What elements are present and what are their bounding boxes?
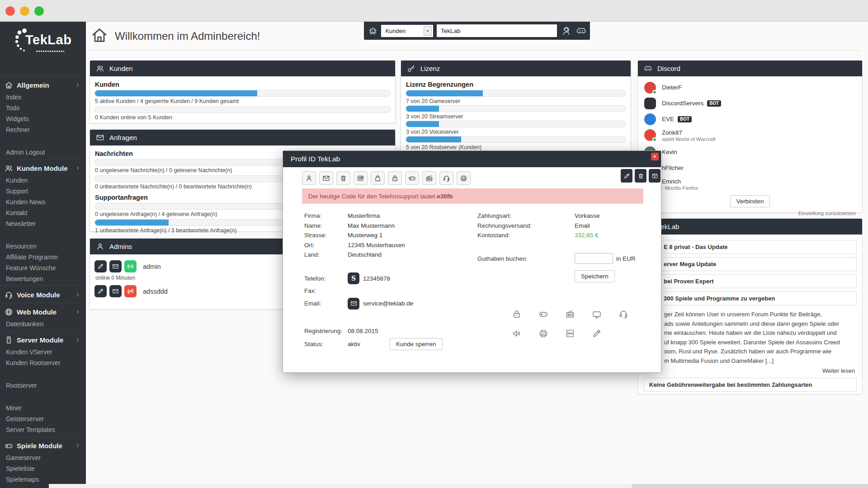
field-telefon: 12345678 xyxy=(363,275,390,282)
sidebar-item-kontakt[interactable]: Kontakt xyxy=(0,207,86,218)
sidebar-item-rechner[interactable]: Rechner xyxy=(0,124,86,135)
mail-admin-button[interactable] xyxy=(109,260,122,272)
sidebar-module-spiele[interactable]: Spiele Module xyxy=(0,439,86,452)
close-icon[interactable]: ✕ xyxy=(651,153,659,160)
discord-connect-button[interactable]: Verbinden xyxy=(730,195,770,207)
chevron-right-icon xyxy=(75,292,80,297)
sidebar-item-todo[interactable]: Todo xyxy=(0,103,86,113)
sidebar-item-bewertungen[interactable]: Bewertungen xyxy=(0,273,86,284)
horizontal-scrollbar[interactable] xyxy=(49,484,868,488)
discord-member-name: Zonk87 xyxy=(662,129,716,136)
delete-customer-button[interactable] xyxy=(635,169,646,183)
edit-admin-button[interactable] xyxy=(94,285,107,297)
kunde-sperren-button[interactable]: Kunde sperren xyxy=(390,338,443,350)
discord-member-row: DiscordServersBOT xyxy=(643,98,857,109)
sidebar-item-kunden-rootserver[interactable]: Kunden Rootserver xyxy=(0,357,86,368)
panel-title: Admins xyxy=(109,243,132,250)
search-input[interactable] xyxy=(437,24,557,37)
sidebar-module-kunden[interactable]: Kunden Module xyxy=(0,161,86,175)
progress-caption: 0 Kunden online von 5 Kunden xyxy=(95,114,391,121)
open-external-button[interactable] xyxy=(649,169,660,183)
sidebar-item-spieleliste[interactable]: Spieleliste xyxy=(0,463,86,474)
panel-title: Lizenz xyxy=(420,65,440,72)
sidebar-item-kunden-news[interactable]: Kunden News xyxy=(0,197,86,207)
tab-rootserver[interactable] xyxy=(457,171,471,185)
mail-admin-button[interactable] xyxy=(109,285,122,297)
news-item[interactable]: Keine Gebührenweitergabe bei bestimmten … xyxy=(643,378,857,392)
discord-icon[interactable] xyxy=(576,25,586,36)
speichern-button[interactable]: Speichern xyxy=(575,270,615,282)
sidebar-item-kunden-vserver[interactable]: Kunden VServer xyxy=(0,347,86,357)
read-more-link[interactable]: Weiter lesen xyxy=(643,367,855,374)
sidebar-item-rootserver[interactable]: Rootserver xyxy=(0,380,86,391)
sidebar-item-datenbanken[interactable]: Datenbanken xyxy=(0,319,86,329)
send-email-button[interactable] xyxy=(348,298,359,310)
modal-header[interactable]: Profil ID TekLab xyxy=(283,151,661,167)
progress-voiceserver xyxy=(406,121,626,127)
sidebar-item-spielemaps[interactable]: Spielemaps xyxy=(0,474,86,485)
guthaben-input[interactable] xyxy=(575,253,613,264)
tab-gameserver[interactable] xyxy=(405,171,419,185)
search-category-value: Kunden xyxy=(385,28,406,34)
sidebar-item-affiliate-programm[interactable]: Affiliate Programm xyxy=(0,252,86,263)
window-minimize-button[interactable] xyxy=(20,6,29,16)
tab-lock[interactable] xyxy=(388,171,402,185)
scrollbar-thumb[interactable] xyxy=(49,484,632,488)
field-kontostand: 332,65 € xyxy=(575,232,599,239)
divider xyxy=(0,159,86,160)
radio-icon xyxy=(565,309,575,319)
chevron-right-icon xyxy=(75,337,80,343)
logo-text: TekLab xyxy=(25,33,71,47)
sidebar-module-allgemein[interactable]: Allgemein xyxy=(0,78,86,92)
news-item[interactable]: bei Proven Expert xyxy=(643,274,857,288)
sidebar-item-admin-logout[interactable]: Admin Logout xyxy=(0,147,86,158)
sidebar-module-web[interactable]: Web Module xyxy=(0,305,86,319)
discord-member-row: Emrich : Mozilla Firefox xyxy=(643,178,857,191)
field-strasse: Musterweg 1 xyxy=(348,232,382,239)
news-item[interactable]: E 8 privat - Das Update xyxy=(643,240,857,254)
sidebar-module-label: Server Module xyxy=(17,336,75,344)
support-agent-icon[interactable] xyxy=(561,25,571,36)
sidebar-item-feature-wuensche[interactable]: Feature Wünsche xyxy=(0,263,86,273)
pencil-icon xyxy=(97,288,104,295)
divider xyxy=(0,286,86,286)
broadcast-off-icon xyxy=(127,287,134,295)
news-item[interactable]: erver Mega Update xyxy=(643,257,857,271)
tab-profile[interactable] xyxy=(302,171,316,185)
sidebar-module-server[interactable]: Server Module xyxy=(0,333,86,347)
skype-call-button[interactable]: S xyxy=(348,272,359,284)
sidebar-item-index[interactable]: Index xyxy=(0,92,86,103)
progress-rootserver xyxy=(406,136,626,143)
discord-reset-settings-link[interactable]: Einstellung zurücksetzen xyxy=(643,211,856,216)
discord-member-row: DieterF xyxy=(643,82,857,94)
tab-streamserver[interactable] xyxy=(422,171,436,185)
progress-kunden-online xyxy=(94,106,391,113)
avatar xyxy=(644,129,656,141)
tab-orders[interactable] xyxy=(371,171,385,185)
sidebar-item-newsletter[interactable]: Newsletter xyxy=(0,218,86,229)
news-item[interactable]: 300 Spiele und Programme zu vergeben xyxy=(643,291,857,305)
sidebar-module-voice[interactable]: Voice Module xyxy=(0,288,86,301)
tab-trash[interactable] xyxy=(336,171,350,185)
sidebar-item-kunden[interactable]: Kunden xyxy=(0,175,86,186)
tab-mail[interactable] xyxy=(319,171,333,185)
window-maximize-button[interactable] xyxy=(34,6,44,16)
progress-gameserver xyxy=(406,90,626,97)
window-close-button[interactable] xyxy=(5,6,15,16)
sidebar-item-server-templates[interactable]: Server Templates xyxy=(0,424,86,435)
sidebar-item-geisterserver[interactable]: Geisterserver xyxy=(0,413,86,424)
sidebar-item-resourcen[interactable]: Resourcen xyxy=(0,241,86,252)
edit-admin-button[interactable] xyxy=(94,260,107,272)
online-status-button[interactable] xyxy=(124,260,137,272)
sidebar-item-support[interactable]: Support xyxy=(0,186,86,197)
sidebar-item-widgets[interactable]: Widgets xyxy=(0,113,86,124)
edit-customer-button[interactable] xyxy=(621,169,632,183)
sidebar-item-miner[interactable]: Miner xyxy=(0,403,86,413)
sidebar-item-gameserver[interactable]: Gameserver xyxy=(0,452,86,463)
search-category-select[interactable]: Kunden ▼ xyxy=(381,25,433,37)
tab-voiceserver[interactable] xyxy=(439,171,453,185)
tab-invoices[interactable] xyxy=(354,171,368,185)
app-logo[interactable]: TekLab xyxy=(0,22,86,76)
online-dot xyxy=(652,90,657,94)
offline-status-button[interactable] xyxy=(124,285,137,297)
